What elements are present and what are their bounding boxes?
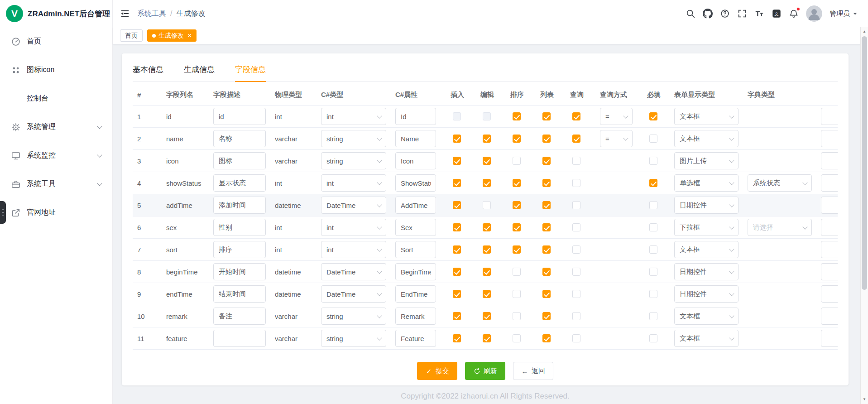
description-input[interactable] <box>213 197 266 214</box>
query-checkbox[interactable] <box>572 245 580 254</box>
csharp-property-input[interactable] <box>395 308 436 325</box>
description-input[interactable] <box>213 130 266 147</box>
csharp-property-input[interactable] <box>395 197 436 214</box>
scroll-up-icon[interactable]: ▲ <box>861 28 868 35</box>
submit-button[interactable]: ✓ 提交 <box>417 362 457 380</box>
query-method-select[interactable]: = <box>600 108 633 125</box>
required-checkbox[interactable] <box>649 268 657 276</box>
insert-checkbox[interactable] <box>453 334 461 342</box>
page-tag-0[interactable]: 首页 <box>120 29 143 42</box>
description-input[interactable] <box>213 152 266 169</box>
csharp-property-input[interactable] <box>395 108 436 125</box>
description-input[interactable] <box>213 285 266 303</box>
extra-input[interactable] <box>821 174 838 192</box>
breadcrumb-item[interactable]: 系统工具 <box>137 9 166 19</box>
extra-input[interactable] <box>821 263 838 280</box>
list-checkbox[interactable] <box>542 245 551 254</box>
sidebar-item-3[interactable]: 系统管理 <box>0 113 112 141</box>
edit-checkbox[interactable] <box>483 135 491 143</box>
csharp-property-input[interactable] <box>395 330 436 347</box>
sort-checkbox[interactable] <box>513 223 521 231</box>
query-checkbox[interactable] <box>572 334 580 342</box>
sort-checkbox[interactable] <box>513 179 521 187</box>
insert-checkbox[interactable] <box>453 245 461 254</box>
edit-checkbox[interactable] <box>483 223 491 231</box>
query-checkbox[interactable] <box>572 268 580 276</box>
edit-checkbox[interactable] <box>483 179 491 187</box>
required-checkbox[interactable] <box>649 245 657 254</box>
csharp-property-input[interactable] <box>395 174 436 192</box>
font-size-icon[interactable] <box>754 9 764 19</box>
help-icon[interactable] <box>720 9 730 19</box>
extra-input[interactable] <box>821 285 838 303</box>
list-checkbox[interactable] <box>542 312 551 320</box>
list-checkbox[interactable] <box>542 290 551 298</box>
extra-input[interactable] <box>821 108 838 125</box>
csharp-property-input[interactable] <box>395 285 436 303</box>
required-checkbox[interactable] <box>649 223 657 231</box>
query-checkbox[interactable] <box>572 223 580 231</box>
display-type-select[interactable]: 文本框 <box>674 108 739 125</box>
display-type-select[interactable]: 下拉框 <box>674 219 739 236</box>
display-type-select[interactable]: 单选框 <box>674 174 739 192</box>
csharp-type-select[interactable]: string <box>321 330 386 347</box>
query-checkbox[interactable] <box>572 290 580 298</box>
description-input[interactable] <box>213 219 266 236</box>
extra-input[interactable] <box>821 241 838 258</box>
list-checkbox[interactable] <box>542 135 551 143</box>
display-type-select[interactable]: 图片上传 <box>674 152 739 169</box>
csharp-type-select[interactable]: int <box>321 108 386 125</box>
list-checkbox[interactable] <box>542 334 551 342</box>
extra-input[interactable] <box>821 330 838 347</box>
csharp-property-input[interactable] <box>395 263 436 280</box>
sidebar-item-1[interactable]: 图标icon <box>0 56 112 84</box>
display-type-select[interactable]: 文本框 <box>674 130 739 147</box>
display-type-select[interactable]: 文本框 <box>674 241 739 258</box>
required-checkbox[interactable] <box>649 112 657 120</box>
table-scroll[interactable]: #字段列名字段描述物理类型C#类型C#属性插入编辑排序列表查询查询方式必填表单显… <box>133 84 838 350</box>
csharp-type-select[interactable]: DateTime <box>321 263 386 280</box>
display-type-select[interactable]: 日期控件 <box>674 285 739 303</box>
sort-checkbox[interactable] <box>513 201 521 209</box>
app-logo[interactable]: V ZRAdmin.NET后台管理 <box>0 0 112 27</box>
csharp-type-select[interactable]: string <box>321 308 386 325</box>
required-checkbox[interactable] <box>649 290 657 298</box>
required-checkbox[interactable] <box>649 157 657 165</box>
sort-checkbox[interactable] <box>513 135 521 143</box>
display-type-select[interactable]: 文本框 <box>674 330 739 347</box>
sidebar-item-6[interactable]: 官网地址 <box>0 198 112 227</box>
query-checkbox[interactable] <box>572 201 580 209</box>
scroll-down-icon[interactable]: ▼ <box>861 396 868 403</box>
close-icon[interactable]: × <box>187 32 192 39</box>
sort-checkbox[interactable] <box>513 112 521 120</box>
refresh-button[interactable]: 刷新 <box>465 362 505 380</box>
display-type-select[interactable]: 日期控件 <box>674 197 739 214</box>
description-input[interactable] <box>213 241 266 258</box>
extra-input[interactable] <box>821 308 838 325</box>
sort-checkbox[interactable] <box>513 312 521 320</box>
edit-checkbox[interactable] <box>483 312 491 320</box>
edit-checkbox[interactable] <box>483 268 491 276</box>
required-checkbox[interactable] <box>649 201 657 209</box>
sort-checkbox[interactable] <box>513 268 521 276</box>
edit-checkbox[interactable] <box>483 245 491 254</box>
extra-input[interactable] <box>821 152 838 169</box>
query-method-select[interactable]: = <box>600 130 633 147</box>
description-input[interactable] <box>213 263 266 280</box>
vertical-scrollbar[interactable]: ▲ ▼ <box>860 27 868 404</box>
csharp-type-select[interactable]: string <box>321 130 386 147</box>
required-checkbox[interactable] <box>649 135 657 143</box>
csharp-type-select[interactable]: int <box>321 241 386 258</box>
query-checkbox[interactable] <box>572 312 580 320</box>
csharp-type-select[interactable]: string <box>321 152 386 169</box>
tab-2[interactable]: 字段信息 <box>235 64 266 82</box>
fullscreen-icon[interactable] <box>737 9 747 19</box>
sidebar-item-5[interactable]: 系统工具 <box>0 170 112 198</box>
csharp-type-select[interactable]: DateTime <box>321 197 386 214</box>
tab-1[interactable]: 生成信息 <box>184 64 215 82</box>
description-input[interactable] <box>213 308 266 325</box>
sidebar-item-2[interactable]: 控制台 <box>0 84 112 113</box>
menu-fold-icon[interactable] <box>120 9 130 19</box>
insert-checkbox[interactable] <box>453 157 461 165</box>
list-checkbox[interactable] <box>542 223 551 231</box>
